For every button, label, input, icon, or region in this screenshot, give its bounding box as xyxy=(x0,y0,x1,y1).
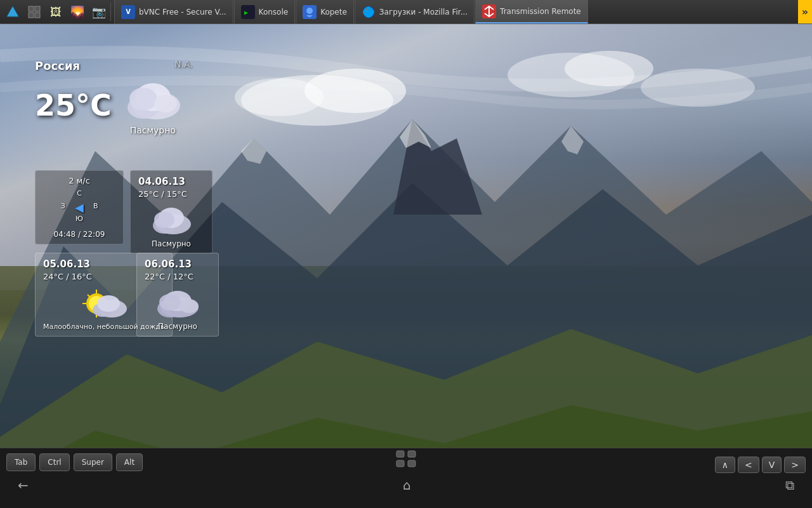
svg-point-34 xyxy=(154,211,174,228)
arrow-keys: ∧ < V > xyxy=(715,457,806,473)
svg-rect-53 xyxy=(396,460,404,467)
task-transmission[interactable]: Transmission Remote xyxy=(475,0,588,23)
compass-w: З xyxy=(56,202,71,213)
compass-s: Ю xyxy=(72,215,87,226)
alt-key[interactable]: Alt xyxy=(116,453,143,471)
konsole-icon: ▶ xyxy=(241,5,255,19)
compass-e: В xyxy=(88,202,103,213)
taskbar-overflow[interactable]: » xyxy=(798,0,812,23)
svg-point-50 xyxy=(180,299,199,313)
weather-location: Россия xyxy=(35,59,188,72)
compass-ne xyxy=(88,189,103,201)
forecast-icon-3 xyxy=(145,284,211,322)
current-temperature: 25°C xyxy=(35,91,112,120)
forecast-date-1: 04.06.13 xyxy=(138,176,204,187)
taskbar-tasks: V bVNC Free - Secure V... ▶ Konsole Kope… xyxy=(114,0,798,23)
right-key[interactable]: > xyxy=(784,457,806,473)
forecast-day-3: 06.06.13 22°C / 12°C Пасмурно xyxy=(136,253,219,337)
bvnc-icon: V xyxy=(121,5,135,19)
transmission-icon xyxy=(482,4,496,18)
svg-point-45 xyxy=(97,295,120,312)
taskbar: 🖼 🌄 📷 V bVNC Free - Secure V... ▶ Konsol… xyxy=(0,0,812,24)
forecast-temps-1: 25°C / 15°C xyxy=(138,189,204,199)
bvnc-label: bVNC Free - Secure V... xyxy=(139,8,226,17)
svg-point-29 xyxy=(129,88,157,110)
wind-speed: 2 м/с xyxy=(42,176,117,185)
wind-info-box: 2 м/с С З ◀ В Ю 04:48 / 22:09 xyxy=(35,170,124,244)
bottom-bar: Tab Ctrl Super Alt ∧ < V > ← ⌂ ⧉ xyxy=(0,448,812,508)
svg-point-30 xyxy=(154,95,177,112)
compass-se xyxy=(88,215,103,226)
forecast-date-3: 06.06.13 xyxy=(145,258,211,270)
ctrl-key[interactable]: Ctrl xyxy=(39,453,69,471)
svg-rect-2 xyxy=(29,6,34,11)
weather-widget: Россия N.A. 25°C Пасмурно xyxy=(35,59,188,135)
task-konsole[interactable]: ▶ Konsole xyxy=(234,0,296,23)
left-key[interactable]: < xyxy=(738,457,759,473)
svg-rect-52 xyxy=(408,451,416,457)
forecast-condition-3: Пасмурно xyxy=(145,322,211,331)
forecast-condition-1: Пасмурно xyxy=(138,239,204,248)
svg-line-41 xyxy=(88,295,90,297)
compass-center: ◀ xyxy=(72,202,87,213)
kopete-icon xyxy=(303,5,317,19)
desktop: Россия N.A. 25°C Пасмурно xyxy=(0,24,812,508)
firefox-icon xyxy=(362,5,376,19)
kde-menu-icon[interactable] xyxy=(3,2,23,22)
svg-point-9 xyxy=(306,8,313,14)
forecast-temps-3: 22°C / 12°C xyxy=(145,272,211,281)
up-key[interactable]: ∧ xyxy=(715,457,735,473)
taskmanager-icon[interactable] xyxy=(24,2,44,22)
weather-na: N.A. xyxy=(174,59,193,69)
konsole-label: Konsole xyxy=(259,8,289,17)
firefox-label: Загрузки - Mozilla Fir... xyxy=(379,8,468,17)
grid-button[interactable] xyxy=(393,448,419,472)
compass-sw xyxy=(56,215,71,226)
transmission-label: Transmission Remote xyxy=(500,7,581,16)
current-condition: Пасмурно xyxy=(130,125,176,135)
home-button[interactable]: ⌂ xyxy=(398,475,416,495)
system-tray-icons: 🖼 🌄 📷 xyxy=(0,0,114,23)
recent-apps-button[interactable]: ⧉ xyxy=(780,475,799,495)
kopete-label: Kopete xyxy=(320,8,347,17)
task-firefox[interactable]: Загрузки - Mozilla Fir... xyxy=(355,0,475,23)
tab-key[interactable]: Tab xyxy=(6,453,36,471)
gallery-icon[interactable]: 🖼 xyxy=(46,2,66,22)
svg-rect-5 xyxy=(35,13,40,18)
compass-n: С xyxy=(72,189,87,201)
svg-text:▶: ▶ xyxy=(244,9,248,16)
forecast-icon-1 xyxy=(138,202,204,239)
svg-rect-51 xyxy=(396,451,404,457)
svg-rect-54 xyxy=(408,460,416,467)
weather-main-display: 25°C Пасмурно xyxy=(35,75,188,135)
sunrise-sunset: 04:48 / 22:09 xyxy=(42,230,117,239)
current-weather-icon xyxy=(118,75,188,123)
app-icon[interactable]: 📷 xyxy=(89,2,109,22)
forecast-day-1: 04.06.13 25°C / 15°C Пасмурно xyxy=(130,170,213,254)
nav-row: ← ⌂ ⧉ xyxy=(0,471,812,499)
svg-rect-4 xyxy=(29,13,34,18)
photo-view-icon[interactable]: 🌄 xyxy=(67,2,88,22)
svg-point-49 xyxy=(159,294,181,311)
down-key[interactable]: V xyxy=(762,457,782,473)
svg-rect-3 xyxy=(35,6,40,11)
task-bvnc[interactable]: V bVNC Free - Secure V... xyxy=(114,0,233,23)
task-kopete[interactable]: Kopete xyxy=(296,0,354,23)
super-key[interactable]: Super xyxy=(74,453,112,471)
compass-nw xyxy=(56,189,71,201)
back-button[interactable]: ← xyxy=(13,475,34,495)
